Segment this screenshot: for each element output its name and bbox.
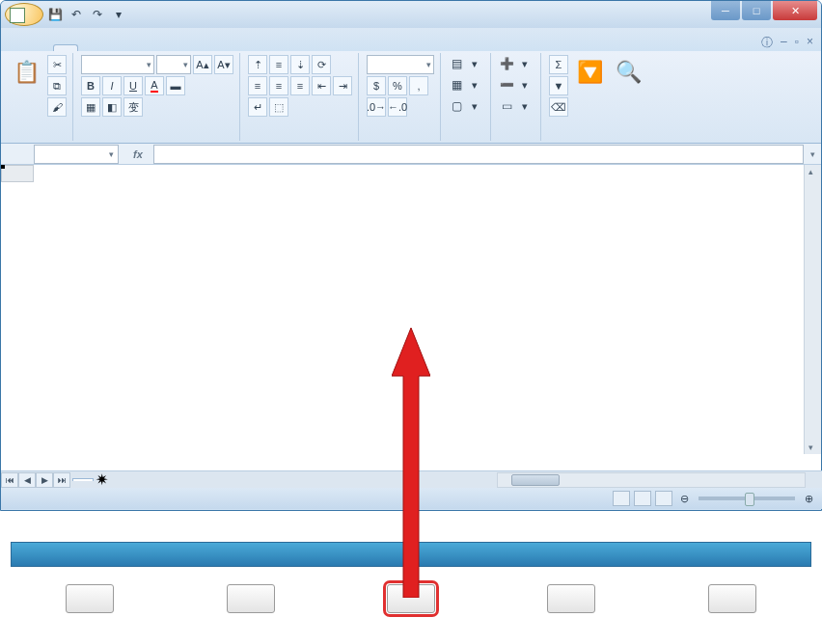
qat-more-icon[interactable]: ▾: [109, 5, 128, 24]
inc-decimal-icon[interactable]: .0→: [367, 97, 386, 117]
align-right-icon[interactable]: ≡: [290, 76, 310, 95]
export-excel-button[interactable]: [387, 584, 435, 613]
font-size-combo[interactable]: [156, 55, 191, 74]
paste-button[interactable]: 📋: [9, 55, 43, 90]
formula-bar: fx ▾: [1, 144, 821, 165]
percent-icon[interactable]: %: [388, 76, 407, 95]
font-color-icon[interactable]: A: [145, 76, 164, 95]
table-format-icon: ▦: [449, 77, 464, 93]
underline-button[interactable]: U: [123, 76, 143, 95]
ribbon-min-icon[interactable]: –: [781, 35, 787, 51]
close-button[interactable]: ✕: [773, 1, 817, 20]
cell-style-button[interactable]: ▢ ▾: [449, 97, 478, 115]
bottom-panel: [1, 513, 821, 642]
sheet-tab[interactable]: [72, 478, 94, 481]
sort-filter-button[interactable]: 🔽: [572, 55, 607, 90]
number-format-combo[interactable]: [367, 55, 434, 74]
redo-icon[interactable]: ↷: [88, 5, 107, 24]
border-icon[interactable]: ▦: [81, 97, 100, 117]
hscroll-thumb[interactable]: [511, 474, 560, 486]
tab-view[interactable]: [217, 45, 240, 51]
maximize-button[interactable]: □: [742, 1, 771, 20]
copy-icon[interactable]: ⧉: [47, 76, 67, 95]
quick-access-toolbar: 💾 ↶ ↷ ▾: [1, 3, 128, 26]
select-all-corner[interactable]: [1, 165, 34, 182]
tab-insert[interactable]: [82, 45, 105, 51]
group-styles: ▤ ▾ ▦ ▾ ▢ ▾: [443, 53, 491, 141]
tab-data[interactable]: [163, 45, 186, 51]
tab-layout[interactable]: [109, 45, 132, 51]
classify-button[interactable]: [227, 584, 275, 613]
worksheet-grid[interactable]: [1, 165, 821, 471]
horizontal-scrollbar[interactable]: [497, 472, 806, 488]
undo-icon[interactable]: ↶: [67, 5, 86, 24]
find-select-button[interactable]: 🔍: [611, 55, 645, 90]
normal-view-icon[interactable]: [613, 491, 630, 506]
fill-icon[interactable]: ◧: [102, 97, 122, 117]
group-number: $ % , .0→ ←.0: [361, 53, 441, 141]
currency-icon[interactable]: $: [367, 76, 386, 95]
align-left-icon[interactable]: ≡: [248, 76, 267, 95]
orientation-icon[interactable]: ⟳: [312, 55, 331, 74]
zoom-slider[interactable]: [699, 496, 795, 500]
status-bar: ⊖ ⊕: [1, 488, 822, 509]
font-family-combo[interactable]: [81, 55, 154, 74]
comma-icon[interactable]: ,: [409, 76, 428, 95]
name-box[interactable]: [34, 145, 119, 164]
office-button[interactable]: [5, 3, 43, 26]
fx-icon[interactable]: fx: [133, 148, 143, 160]
format-painter-icon[interactable]: 🖌: [47, 97, 67, 117]
new-sheet-icon[interactable]: ✷: [96, 470, 108, 489]
page-break-icon[interactable]: [655, 491, 672, 506]
align-center-icon[interactable]: ≡: [269, 76, 288, 95]
ribbon: 📋 ✂ ⧉ 🖌 A▴ A▾: [1, 51, 821, 144]
help-icon[interactable]: ⓘ: [761, 35, 773, 51]
bold-button[interactable]: B: [81, 76, 100, 95]
insert-cells-button[interactable]: ➕ ▾: [499, 55, 528, 72]
tab-formula[interactable]: [136, 45, 159, 51]
sheet-last-icon[interactable]: ⏭: [53, 472, 70, 488]
wen-icon[interactable]: 变: [123, 97, 143, 117]
dec-decimal-icon[interactable]: ←.0: [388, 97, 407, 117]
indent-dec-icon[interactable]: ⇤: [312, 76, 331, 95]
formula-input[interactable]: [153, 145, 804, 164]
autosum-icon[interactable]: Σ: [549, 55, 568, 74]
shrink-font-icon[interactable]: A▾: [214, 55, 233, 74]
wrap-icon[interactable]: ↵: [248, 97, 267, 117]
format-cells-button[interactable]: ▭ ▾: [499, 97, 528, 115]
fill-down-icon[interactable]: ▼: [549, 76, 568, 95]
italic-button[interactable]: I: [102, 76, 122, 95]
align-bottom-icon[interactable]: ⇣: [290, 55, 310, 74]
delete-cell-icon: ➖: [499, 77, 514, 93]
align-top-icon[interactable]: ⇡: [248, 55, 267, 74]
merge-icon[interactable]: ⬚: [269, 97, 288, 117]
delete-cells-button[interactable]: ➖ ▾: [499, 76, 528, 94]
group-clipboard: 📋 ✂ ⧉ 🖌: [3, 53, 73, 141]
sheet-tab-bar: ⏮ ◀ ▶ ⏭ ✷: [1, 470, 822, 488]
tab-review[interactable]: [190, 45, 213, 51]
vertical-scrollbar[interactable]: [804, 165, 821, 454]
grow-font-icon[interactable]: A▴: [193, 55, 212, 74]
ribbon-close-icon[interactable]: ×: [807, 35, 813, 51]
custom-software-button[interactable]: [708, 584, 756, 613]
expand-formula-icon[interactable]: ▾: [804, 149, 821, 159]
ribbon-restore-icon[interactable]: ▫: [795, 35, 799, 51]
sheet-first-icon[interactable]: ⏮: [1, 472, 18, 488]
manage-data-button[interactable]: [547, 584, 595, 613]
table-format-button[interactable]: ▦ ▾: [449, 76, 478, 94]
indent-inc-icon[interactable]: ⇥: [333, 76, 352, 95]
clear-icon[interactable]: ⌫: [549, 97, 568, 117]
query-button[interactable]: [66, 584, 114, 613]
save-icon[interactable]: 💾: [45, 5, 65, 24]
zoom-out-icon[interactable]: ⊖: [680, 493, 689, 505]
sheet-prev-icon[interactable]: ◀: [18, 472, 36, 488]
page-layout-icon[interactable]: [634, 491, 651, 506]
sheet-next-icon[interactable]: ▶: [36, 472, 53, 488]
fill-color-icon[interactable]: ▬: [166, 76, 185, 95]
zoom-in-icon[interactable]: ⊕: [805, 493, 813, 505]
conditional-format-button[interactable]: ▤ ▾: [449, 55, 478, 72]
minimize-button[interactable]: ─: [711, 1, 740, 20]
align-middle-icon[interactable]: ≡: [269, 55, 288, 74]
cut-icon[interactable]: ✂: [47, 55, 67, 74]
tab-home[interactable]: [53, 44, 78, 51]
